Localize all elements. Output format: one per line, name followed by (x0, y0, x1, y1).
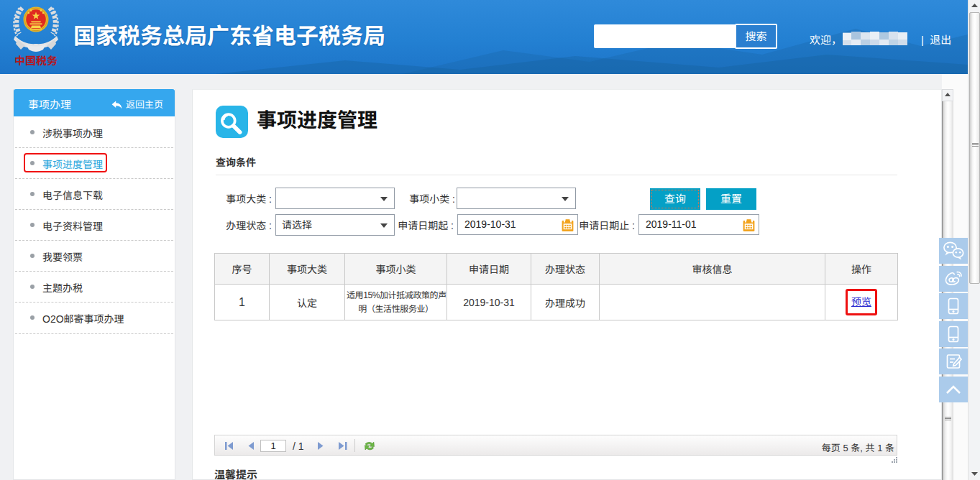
svg-text:中国税务: 中国税务 (14, 52, 58, 68)
